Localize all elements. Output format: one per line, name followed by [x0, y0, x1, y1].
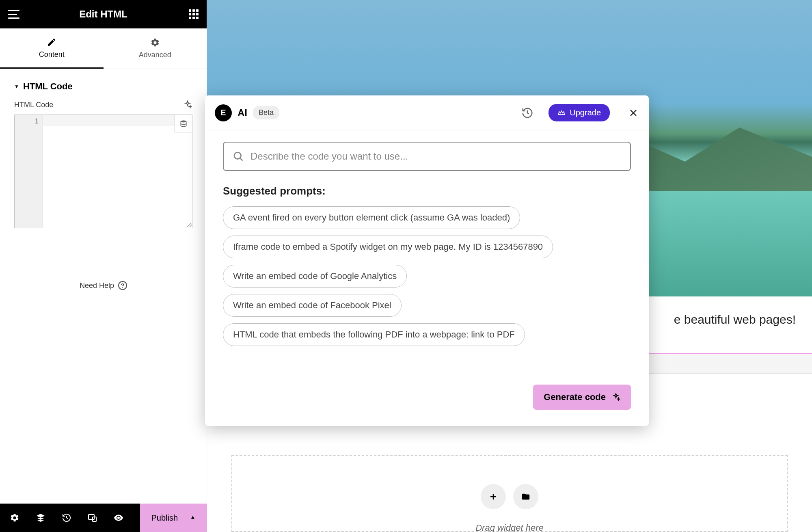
field-label: HTML Code: [14, 101, 53, 109]
modal-header: E AI Beta Upgrade: [205, 95, 649, 130]
prompt-chip[interactable]: Write an embed code of Facebook Pixel: [223, 294, 402, 317]
section-title: HTML Code: [23, 81, 73, 92]
prompt-input[interactable]: [251, 151, 621, 162]
editor-highlight-row: [43, 115, 192, 126]
widget-drop-zone[interactable]: Drag widget here: [231, 455, 788, 532]
panel-title: Edit HTML: [24, 9, 182, 20]
section-toggle[interactable]: ▼ HTML Code: [0, 69, 207, 100]
modal-footer: Generate code: [205, 385, 649, 426]
need-help-link[interactable]: Need Help ?: [0, 281, 207, 290]
svg-point-7: [234, 152, 241, 159]
prompt-chip[interactable]: HTML code that embeds the following PDF …: [223, 323, 525, 346]
tab-advanced[interactable]: Advanced: [104, 28, 207, 69]
tab-label: Advanced: [139, 51, 171, 59]
gear-icon: [150, 38, 160, 48]
dynamic-tags-icon[interactable]: [175, 115, 192, 132]
sidebar-header: Edit HTML: [0, 0, 207, 28]
ai-title: AI: [238, 107, 247, 119]
elementor-logo-icon: E: [215, 104, 232, 121]
modal-body: Suggested prompts: GA event fired on eve…: [205, 130, 649, 385]
help-icon: ?: [118, 281, 127, 290]
tab-content[interactable]: Content: [0, 28, 104, 69]
widgets-grid-icon[interactable]: [189, 9, 199, 19]
settings-icon[interactable]: [9, 512, 20, 523]
publish-button[interactable]: Publish ▼: [140, 504, 207, 532]
prompt-chip[interactable]: Iframe code to embed a Spotify widget on…: [223, 236, 553, 258]
history-icon[interactable]: [61, 512, 72, 523]
hero-caption: e beautiful web pages!: [674, 313, 796, 327]
responsive-icon[interactable]: [87, 512, 98, 523]
sparkle-icon: [611, 393, 620, 402]
crown-icon: [557, 109, 566, 117]
resize-handle[interactable]: [185, 221, 191, 227]
history-icon[interactable]: [520, 106, 535, 120]
pencil-icon: [47, 37, 56, 47]
close-icon[interactable]: [628, 107, 639, 119]
caret-down-icon: ▼: [14, 84, 19, 89]
template-library-button[interactable]: [513, 484, 538, 509]
prompt-chip[interactable]: Write an embed code of Google Analytics: [223, 265, 407, 288]
preview-icon[interactable]: [113, 512, 124, 523]
menu-icon[interactable]: [8, 10, 19, 19]
add-section-button[interactable]: [481, 484, 506, 509]
layers-icon[interactable]: [35, 512, 46, 523]
drop-hint: Drag widget here: [475, 523, 544, 532]
ai-modal: E AI Beta Upgrade Suggested prompts: GA …: [205, 95, 649, 426]
editor-textarea[interactable]: [43, 115, 192, 228]
suggested-prompts-title: Suggested prompts:: [223, 185, 631, 197]
html-code-editor[interactable]: 1: [14, 115, 192, 228]
svg-point-0: [181, 121, 186, 123]
prompt-chip[interactable]: GA event fired on every button element c…: [223, 206, 520, 229]
ai-sparkle-icon[interactable]: [183, 100, 192, 110]
beta-badge: Beta: [253, 106, 279, 119]
editor-gutter: 1: [15, 115, 43, 228]
editor-sidebar: Edit HTML Content Advanced ▼ HTML Code H…: [0, 0, 207, 532]
suggested-prompts-list: GA event fired on every button element c…: [223, 206, 631, 346]
generate-code-button[interactable]: Generate code: [533, 385, 631, 410]
search-icon: [233, 151, 244, 162]
field-row: HTML Code: [0, 100, 207, 115]
svg-line-8: [240, 158, 242, 160]
upgrade-button[interactable]: Upgrade: [549, 104, 610, 121]
tab-label: Content: [39, 50, 65, 59]
prompt-input-wrapper[interactable]: [223, 142, 631, 171]
chevron-up-icon: ▼: [190, 515, 196, 521]
tabs: Content Advanced: [0, 28, 207, 69]
bottom-bar: Publish ▼: [0, 504, 207, 532]
